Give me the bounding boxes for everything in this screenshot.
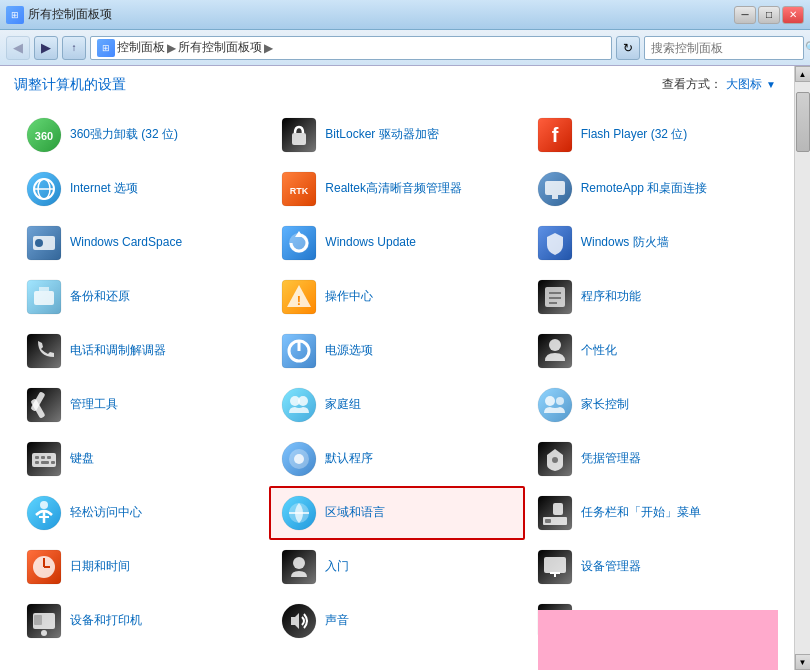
item-wupdate[interactable]: Windows Update: [269, 216, 524, 270]
item-remoteapp[interactable]: RemoteApp 和桌面连接: [525, 162, 780, 216]
item-bitlocker-label: BitLocker 驱动器加密: [325, 127, 438, 143]
view-mode-arrow-icon[interactable]: ▼: [766, 79, 776, 90]
view-mode-label: 查看方式：: [662, 76, 722, 93]
svg-rect-52: [35, 461, 39, 464]
close-button[interactable]: ✕: [782, 6, 804, 24]
item-cardspace[interactable]: Windows CardSpace: [14, 216, 269, 270]
refresh-button[interactable]: ↻: [616, 36, 640, 60]
breadcrumb-crumb2[interactable]: 所有控制面板项: [178, 39, 262, 56]
scroll-down-button[interactable]: ▼: [795, 654, 811, 670]
breadcrumb: ⊞ 控制面板 ▶ 所有控制面板项 ▶: [90, 36, 612, 60]
item-personal[interactable]: 个性化: [525, 324, 780, 378]
item-bitlocker-icon: [281, 117, 317, 153]
item-sound-icon: [281, 603, 317, 639]
svg-rect-3: [292, 133, 306, 145]
item-internet[interactable]: Internet 选项: [14, 162, 269, 216]
svg-point-41: [282, 388, 316, 422]
item-flash[interactable]: f Flash Player (32 位): [525, 108, 780, 162]
up-button[interactable]: ↑: [62, 36, 86, 60]
item-getstarted-icon: [281, 549, 317, 585]
maximize-button[interactable]: □: [758, 6, 780, 24]
item-datetime[interactable]: 日期和时间: [14, 540, 269, 594]
item-backup-icon: [26, 279, 62, 315]
item-region-label: 区域和语言: [325, 505, 385, 521]
svg-text:!: !: [297, 293, 301, 308]
back-button[interactable]: ◀: [6, 36, 30, 60]
svg-point-43: [298, 396, 308, 406]
svg-point-83: [41, 630, 47, 636]
item-tools-label: 管理工具: [70, 397, 118, 413]
scroll-track[interactable]: [795, 82, 811, 654]
item-device-mgr[interactable]: 设备管理器: [525, 540, 780, 594]
svg-rect-69: [545, 519, 551, 523]
item-devices[interactable]: 设备和打印机: [14, 594, 269, 648]
item-parental-label: 家长控制: [581, 397, 629, 413]
item-phone[interactable]: 电话和调制解调器: [14, 324, 269, 378]
item-datetime-icon: [26, 549, 62, 585]
left-panel: 调整计算机的设置 查看方式： 大图标 ▼ 360 360强力卸载 (32 位): [0, 66, 794, 670]
item-access[interactable]: 轻松访问中心: [14, 486, 269, 540]
item-backup[interactable]: 备份和还原: [14, 270, 269, 324]
item-action[interactable]: ! 操作中心: [269, 270, 524, 324]
scrollbar[interactable]: ▲ ▼: [794, 66, 810, 670]
item-flash-label: Flash Player (32 位): [581, 127, 688, 143]
item-programs-icon: [537, 279, 573, 315]
item-homegroup[interactable]: 家庭组: [269, 378, 524, 432]
svg-rect-70: [553, 503, 563, 515]
item-tools[interactable]: 管理工具: [14, 378, 269, 432]
item-internet-label: Internet 选项: [70, 181, 138, 197]
pink-area: [538, 610, 778, 670]
item-keyboard-label: 键盘: [70, 451, 94, 467]
forward-button[interactable]: ▶: [34, 36, 58, 60]
scroll-thumb[interactable]: [796, 92, 810, 152]
search-input[interactable]: [651, 41, 801, 55]
item-sound[interactable]: 声音: [269, 594, 524, 648]
item-bitlocker[interactable]: BitLocker 驱动器加密: [269, 108, 524, 162]
item-credential[interactable]: 凭据管理器: [525, 432, 780, 486]
item-datetime-label: 日期和时间: [70, 559, 130, 575]
svg-point-44: [538, 388, 572, 422]
item-getstarted-label: 入门: [325, 559, 349, 575]
svg-text:360: 360: [35, 130, 53, 142]
item-360-label: 360强力卸载 (32 位): [70, 127, 178, 143]
item-parental-icon: [537, 387, 573, 423]
svg-text:f: f: [551, 124, 558, 146]
item-cardspace-icon: [26, 225, 62, 261]
icons-grid: 360 360强力卸载 (32 位) BitLocker 驱动器加密 f Fla…: [14, 108, 780, 648]
item-remoteapp-label: RemoteApp 和桌面连接: [581, 181, 708, 197]
view-mode-value[interactable]: 大图标: [726, 76, 762, 93]
item-keyboard[interactable]: 键盘: [14, 432, 269, 486]
search-box: 🔍: [644, 36, 804, 60]
title-bar-controls: ─ □ ✕: [734, 6, 804, 24]
breadcrumb-icon: ⊞: [97, 39, 115, 57]
item-backup-label: 备份和还原: [70, 289, 130, 305]
item-360[interactable]: 360 360强力卸载 (32 位): [14, 108, 269, 162]
item-programs[interactable]: 程序和功能: [525, 270, 780, 324]
item-parental[interactable]: 家长控制: [525, 378, 780, 432]
item-taskbar[interactable]: 任务栏和「开始」菜单: [525, 486, 780, 540]
item-region[interactable]: 区域和语言: [269, 486, 524, 540]
item-power[interactable]: 电源选项: [269, 324, 524, 378]
item-default[interactable]: 默认程序: [269, 432, 524, 486]
view-mode: 查看方式： 大图标 ▼: [662, 76, 776, 93]
item-credential-icon: [537, 441, 573, 477]
svg-rect-51: [47, 456, 51, 459]
svg-rect-84: [34, 615, 42, 625]
svg-point-37: [549, 339, 561, 351]
breadcrumb-crumb1[interactable]: 控制面板: [117, 39, 165, 56]
item-power-label: 电源选项: [325, 343, 373, 359]
item-internet-icon: [26, 171, 62, 207]
svg-rect-32: [27, 334, 61, 368]
item-homegroup-icon: [281, 387, 317, 423]
item-wupdate-label: Windows Update: [325, 235, 416, 251]
item-getstarted[interactable]: 入门: [269, 540, 524, 594]
scroll-up-button[interactable]: ▲: [795, 66, 811, 82]
item-access-label: 轻松访问中心: [70, 505, 142, 521]
item-device-mgr-icon: [537, 549, 573, 585]
item-default-label: 默认程序: [325, 451, 373, 467]
item-personal-icon: [537, 333, 573, 369]
item-wupdate-icon: [281, 225, 317, 261]
minimize-button[interactable]: ─: [734, 6, 756, 24]
item-wfirewall[interactable]: Windows 防火墙: [525, 216, 780, 270]
item-realtek[interactable]: RTK Realtek高清晰音频管理器: [269, 162, 524, 216]
